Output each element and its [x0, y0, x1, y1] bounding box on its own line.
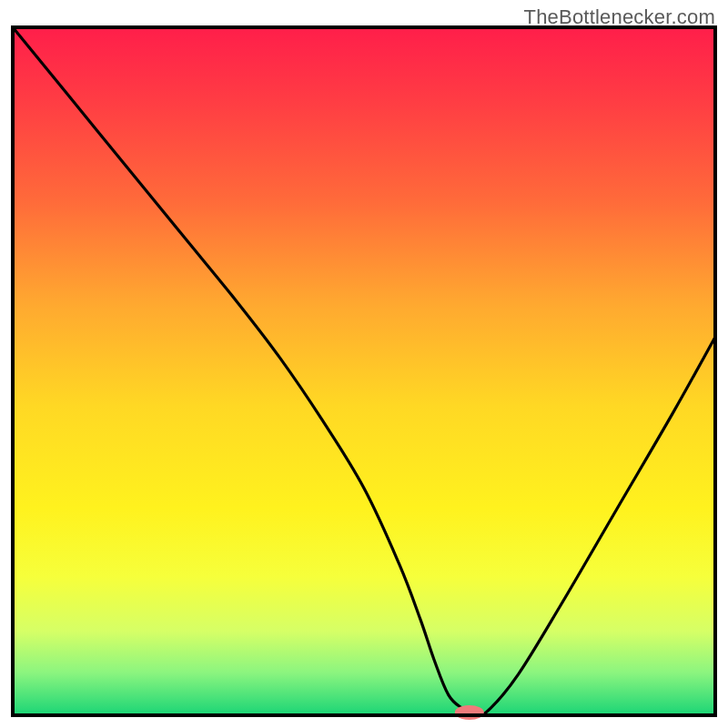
chart-stage: TheBottlenecker.com [0, 0, 728, 728]
chart-svg [0, 0, 728, 728]
optimal-marker [455, 705, 484, 720]
svg-point-1 [455, 705, 484, 720]
svg-rect-0 [15, 29, 713, 713]
watermark-text: TheBottlenecker.com [524, 5, 715, 29]
chart-background [15, 29, 713, 713]
chart-plot [0, 0, 728, 728]
